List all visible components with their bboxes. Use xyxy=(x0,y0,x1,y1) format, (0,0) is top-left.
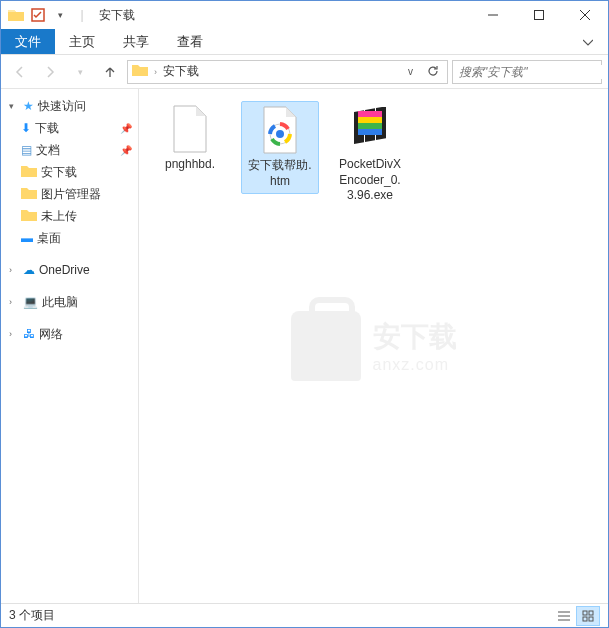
tab-view[interactable]: 查看 xyxy=(163,29,217,54)
search-box[interactable] xyxy=(452,60,602,84)
tab-share[interactable]: 共享 xyxy=(109,29,163,54)
svg-rect-13 xyxy=(358,117,382,123)
address-bar[interactable]: › 安下载 v xyxy=(127,60,448,84)
file-item[interactable]: PocketDivXEncoder_0.3.96.exe xyxy=(331,101,409,208)
svg-rect-22 xyxy=(589,617,593,621)
maximize-button[interactable] xyxy=(516,1,562,29)
search-input[interactable] xyxy=(459,65,609,79)
svg-rect-14 xyxy=(358,123,382,129)
folder-icon xyxy=(21,164,37,181)
sidebar-item-network[interactable]: › 🖧 网络 xyxy=(1,323,138,345)
pin-icon: 📌 xyxy=(120,145,132,156)
exe-icon xyxy=(346,105,394,153)
minimize-button[interactable] xyxy=(470,1,516,29)
pin-icon: 📌 xyxy=(120,123,132,134)
qat-separator: | xyxy=(71,4,93,26)
svg-rect-15 xyxy=(358,129,382,135)
address-folder-icon xyxy=(132,63,148,80)
svg-rect-12 xyxy=(358,111,382,117)
file-label: 安下载帮助.htm xyxy=(246,158,314,189)
sidebar-item-not-uploaded[interactable]: 未上传 xyxy=(1,205,138,227)
nav-history-dropdown[interactable]: ▾ xyxy=(67,59,93,85)
navigation-pane: ▾ ★ 快速访问 ⬇ 下载 📌 ▤ 文档 📌 安下载 图片管理器 未上传 ▬ xyxy=(1,89,139,603)
desktop-icon: ▬ xyxy=(21,231,33,245)
status-item-count: 3 个项目 xyxy=(9,607,55,624)
sidebar-item-thispc[interactable]: › 💻 此电脑 xyxy=(1,291,138,313)
close-button[interactable] xyxy=(562,1,608,29)
sidebar-item-onedrive[interactable]: › ☁ OneDrive xyxy=(1,259,138,281)
tab-file[interactable]: 文件 xyxy=(1,29,55,54)
svg-rect-21 xyxy=(583,617,587,621)
nav-up-button[interactable] xyxy=(97,59,123,85)
file-list[interactable]: 安下载 anxz.com pnghhbd. 安下载帮助.htm xyxy=(139,89,608,603)
nav-back-button[interactable] xyxy=(7,59,33,85)
qat-properties-icon[interactable] xyxy=(27,4,49,26)
qat-dropdown-icon[interactable]: ▾ xyxy=(49,4,71,26)
view-details-button[interactable] xyxy=(552,606,576,626)
sidebar-item-quick-access[interactable]: ▾ ★ 快速访问 xyxy=(1,95,138,117)
sidebar-item-image-manager[interactable]: 图片管理器 xyxy=(1,183,138,205)
file-label: PocketDivXEncoder_0.3.96.exe xyxy=(335,157,405,204)
address-dropdown-icon[interactable]: v xyxy=(404,66,417,77)
document-icon: ▤ xyxy=(21,143,32,157)
view-icons-button[interactable] xyxy=(576,606,600,626)
sidebar-item-anxz[interactable]: 安下载 xyxy=(1,161,138,183)
sidebar-item-documents[interactable]: ▤ 文档 📌 xyxy=(1,139,138,161)
file-item[interactable]: pnghhbd. xyxy=(151,101,229,177)
tab-home[interactable]: 主页 xyxy=(55,29,109,54)
svg-rect-19 xyxy=(583,611,587,615)
file-item[interactable]: 安下载帮助.htm xyxy=(241,101,319,194)
star-icon: ★ xyxy=(23,99,34,113)
svg-rect-20 xyxy=(589,611,593,615)
file-label: pnghhbd. xyxy=(165,157,215,173)
ribbon-expand-button[interactable] xyxy=(568,29,608,54)
breadcrumb[interactable]: 安下载 xyxy=(163,63,199,80)
folder-icon xyxy=(5,4,27,26)
network-icon: 🖧 xyxy=(23,327,35,341)
address-refresh-icon[interactable] xyxy=(423,65,443,79)
sidebar-item-downloads[interactable]: ⬇ 下载 📌 xyxy=(1,117,138,139)
folder-icon xyxy=(21,208,37,225)
breadcrumb-separator-icon[interactable]: › xyxy=(154,67,157,77)
window-title: 安下载 xyxy=(99,7,135,24)
nav-forward-button[interactable] xyxy=(37,59,63,85)
computer-icon: 💻 xyxy=(23,295,38,309)
cloud-icon: ☁ xyxy=(23,263,35,277)
svg-rect-2 xyxy=(535,11,544,20)
file-icon xyxy=(166,105,214,153)
download-icon: ⬇ xyxy=(21,121,31,135)
watermark: 安下载 anxz.com xyxy=(291,311,457,381)
folder-icon xyxy=(21,186,37,203)
sidebar-item-desktop[interactable]: ▬ 桌面 xyxy=(1,227,138,249)
htm-icon xyxy=(256,106,304,154)
svg-point-8 xyxy=(276,130,284,138)
